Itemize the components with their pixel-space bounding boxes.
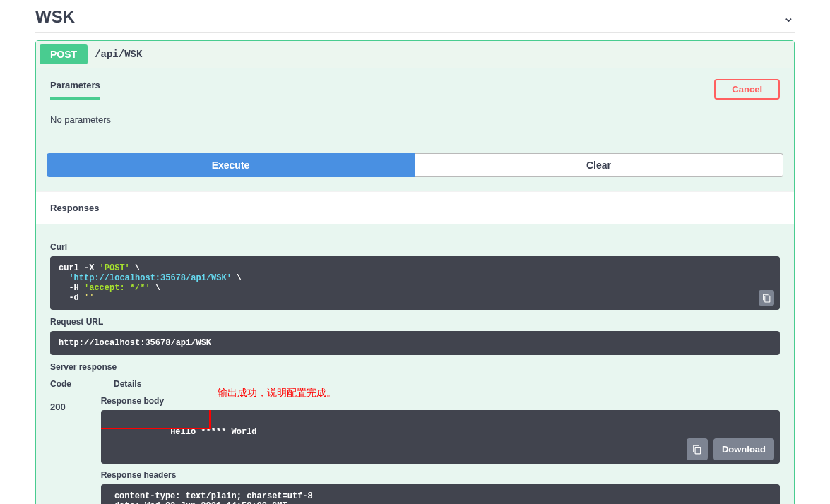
annotation-text: 输出成功，说明配置完成。 <box>218 387 336 400</box>
response-headers-label: Response headers <box>101 470 780 480</box>
clipboard-icon <box>762 294 771 303</box>
chevron-down-icon: ⌄ <box>783 8 795 25</box>
execute-row: Execute Clear <box>36 153 794 191</box>
responses-header: Responses <box>36 191 794 224</box>
curl-label: Curl <box>50 242 780 252</box>
copy-curl-button[interactable] <box>759 290 774 306</box>
server-response-headers: Code Details <box>50 379 780 389</box>
curl-block[interactable]: curl -X 'POST' \ 'http://localhost:35678… <box>50 256 780 310</box>
no-parameters-text: No parameters <box>50 100 780 143</box>
response-body-label: Response body <box>101 396 164 406</box>
request-url-label: Request URL <box>50 317 780 327</box>
download-button[interactable]: Download <box>713 438 774 460</box>
cancel-button[interactable]: Cancel <box>714 79 780 100</box>
section-header[interactable]: WSK ⌄ <box>35 0 795 33</box>
response-headers-block[interactable]: content-type: text/plain; charset=utf-8 … <box>101 484 780 504</box>
copy-response-button[interactable] <box>687 438 708 460</box>
details-column-header: Details <box>114 379 780 389</box>
operation-summary[interactable]: POST /api/WSK <box>36 41 794 68</box>
response-body-text: Hello ***** World <box>170 427 256 437</box>
request-url-block[interactable]: http://localhost:35678/api/WSK <box>50 331 780 355</box>
server-response-label: Server response <box>50 362 780 372</box>
clear-button[interactable]: Clear <box>415 153 783 177</box>
execute-button[interactable]: Execute <box>47 153 415 177</box>
method-badge: POST <box>40 44 88 64</box>
red-highlight-box <box>101 410 211 429</box>
status-code: 200 <box>50 389 66 504</box>
endpoint-path: /api/WSK <box>95 49 142 60</box>
code-column-header: Code <box>50 379 78 389</box>
operation-block: POST /api/WSK Parameters Cancel No param… <box>35 40 795 504</box>
parameters-section: Parameters Cancel No parameters <box>36 68 794 153</box>
tab-parameters[interactable]: Parameters <box>50 80 100 100</box>
result-section: Curl curl -X 'POST' \ 'http://localhost:… <box>36 224 794 504</box>
section-title: WSK <box>35 7 75 27</box>
clipboard-icon <box>692 445 702 455</box>
